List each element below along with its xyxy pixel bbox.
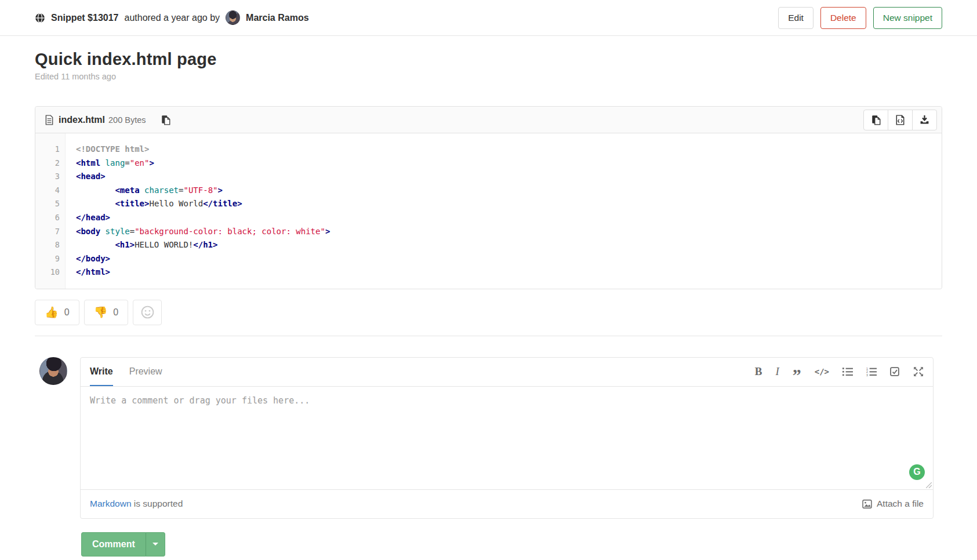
- code-line: <meta charset="UTF-8">: [76, 184, 932, 198]
- line-numbers: 12345678910: [35, 133, 66, 289]
- file-card: index.html 200 Bytes: [35, 106, 942, 289]
- open-raw-button[interactable]: [888, 110, 913, 130]
- resize-handle[interactable]: [926, 482, 932, 488]
- markdown-editor-footer: Markdown is supported Attach a file: [81, 489, 933, 518]
- fullscreen-icon: [913, 366, 924, 377]
- snippet-id: Snippet $13017: [51, 13, 119, 23]
- code-viewer: 12345678910 <!DOCTYPE html><html lang="e…: [35, 133, 942, 289]
- add-reaction-button[interactable]: [133, 300, 162, 325]
- globe-icon: [35, 13, 45, 23]
- markdown-write-area: G: [81, 387, 933, 489]
- thumbs-down-count: 0: [113, 307, 118, 318]
- copy-contents-icon: [871, 115, 881, 125]
- attach-a-file[interactable]: Attach a file: [862, 499, 924, 509]
- author-avatar[interactable]: [226, 10, 240, 25]
- code-lines: <!DOCTYPE html><html lang="en"><head> <m…: [66, 133, 942, 289]
- award-emoji-block: 👍 0 👎 0: [35, 300, 942, 325]
- download-icon: [920, 115, 929, 125]
- thumbs-up-count: 0: [64, 307, 70, 318]
- markdown-editor-header: Write Preview B I ” </>: [81, 358, 933, 387]
- thumbs-down-button[interactable]: 👎 0: [84, 300, 129, 325]
- numbered-list-icon: 1 2 3: [866, 367, 877, 376]
- snippet-actions: Edit Delete New snippet: [778, 7, 942, 29]
- line-number[interactable]: 8: [35, 238, 60, 252]
- line-number[interactable]: 7: [35, 225, 60, 239]
- bold-button[interactable]: B: [755, 365, 762, 379]
- comment-submit-button[interactable]: Comment: [81, 532, 146, 557]
- bullet-list-button[interactable]: [842, 365, 853, 379]
- code-line: </html>: [76, 266, 932, 279]
- markdown-supported-text: Markdown is supported: [90, 499, 183, 509]
- code-line: </body>: [76, 252, 932, 266]
- file-actions-group: [863, 110, 937, 130]
- smiley-icon: [141, 306, 154, 319]
- delete-button[interactable]: Delete: [820, 7, 866, 29]
- author-name[interactable]: Marcia Ramos: [246, 13, 309, 23]
- comment-options-dropdown[interactable]: [146, 532, 165, 557]
- code-line: <title>Hello World</title>: [76, 197, 932, 211]
- code-line: <head>: [76, 170, 932, 184]
- fullscreen-button[interactable]: [913, 365, 924, 379]
- caret-down-icon: [152, 543, 158, 546]
- italic-button[interactable]: I: [775, 365, 779, 379]
- code-line: <!DOCTYPE html>: [76, 143, 932, 157]
- markdown-link[interactable]: Markdown: [90, 499, 132, 508]
- line-number[interactable]: 3: [35, 170, 60, 184]
- thumbs-down-icon: 👎: [94, 306, 108, 319]
- edit-button[interactable]: Edit: [778, 7, 813, 29]
- code-line: <h1>HELLO WORLD!</h1>: [76, 238, 932, 252]
- file-size: 200 Bytes: [108, 115, 146, 125]
- submit-row: Comment: [81, 532, 942, 557]
- line-number[interactable]: 4: [35, 184, 60, 198]
- current-user-avatar: [39, 357, 67, 385]
- edited-timestamp: Edited 11 months ago: [35, 72, 942, 81]
- code-line: <body style="background-color: black; co…: [76, 225, 932, 239]
- code-button[interactable]: </>: [815, 365, 829, 379]
- comment-textarea[interactable]: [81, 387, 933, 489]
- attach-label: Attach a file: [877, 499, 924, 509]
- copy-contents-button[interactable]: [863, 110, 888, 130]
- grammarly-icon[interactable]: G: [909, 464, 925, 480]
- thumbs-up-button[interactable]: 👍 0: [35, 300, 79, 325]
- line-number[interactable]: 2: [35, 157, 60, 170]
- file-icon: [45, 115, 54, 125]
- thumbs-up-icon: 👍: [45, 306, 59, 319]
- tab-write[interactable]: Write: [90, 357, 113, 386]
- code-line: <html lang="en">: [76, 157, 932, 170]
- comment-form-row: Write Preview B I ” </>: [35, 336, 942, 519]
- line-number[interactable]: 10: [35, 266, 60, 279]
- page-title: Quick index.html page: [35, 50, 942, 69]
- file-header: index.html 200 Bytes: [35, 107, 942, 133]
- new-snippet-button[interactable]: New snippet: [873, 7, 942, 29]
- bullet-list-icon: [842, 367, 853, 376]
- svg-text:3: 3: [866, 373, 868, 376]
- numbered-list-button[interactable]: 1 2 3: [866, 365, 877, 379]
- line-number[interactable]: 9: [35, 252, 60, 266]
- task-list-icon: [890, 367, 900, 377]
- authored-text: authored a year ago by: [125, 13, 220, 23]
- line-number[interactable]: 1: [35, 143, 60, 157]
- copy-icon: [161, 115, 170, 125]
- tab-preview[interactable]: Preview: [129, 357, 162, 386]
- line-number[interactable]: 6: [35, 211, 60, 225]
- comment-editor: Write Preview B I ” </>: [80, 357, 934, 519]
- code-line: </head>: [76, 211, 932, 225]
- quote-button[interactable]: ”: [793, 365, 801, 379]
- snippet-meta: Snippet $13017 authored a year ago by Ma…: [35, 10, 309, 25]
- attach-image-icon: [862, 499, 872, 509]
- markdown-toolbar: B I ” </>: [755, 365, 924, 379]
- open-raw-icon: [895, 115, 905, 125]
- file-name: index.html: [59, 115, 105, 125]
- snippet-header-bar: Snippet $13017 authored a year ago by Ma…: [0, 0, 977, 36]
- line-number[interactable]: 5: [35, 197, 60, 211]
- task-list-button[interactable]: [890, 365, 900, 379]
- download-button[interactable]: [912, 110, 937, 130]
- copy-file-path-button[interactable]: [161, 115, 170, 125]
